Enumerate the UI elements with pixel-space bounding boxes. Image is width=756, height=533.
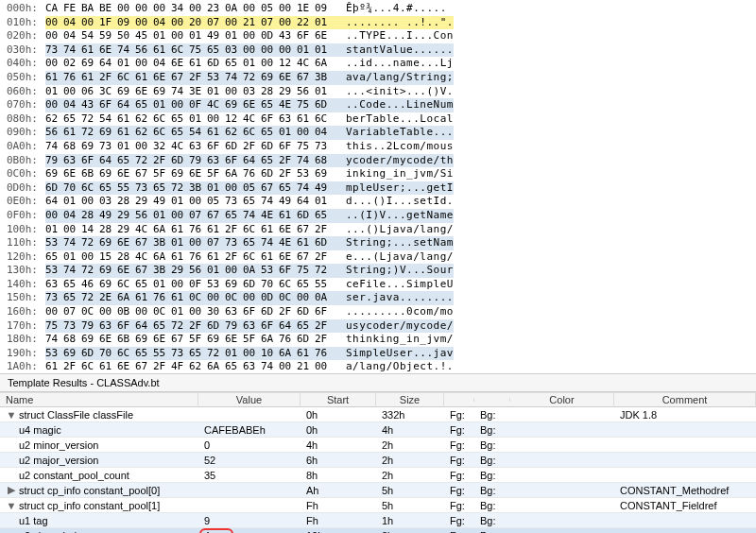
hex-bytes[interactable]: 7365722E6A6176610C000C000D0C000A xyxy=(42,291,333,305)
template-row[interactable]: u2 minor_version04h2hFg:Bg: xyxy=(0,438,756,453)
hex-row[interactable]: 140h:636546696C6501000F53696D706C6555ceF… xyxy=(0,278,756,292)
col-value[interactable]: Value xyxy=(198,392,301,407)
row-name[interactable]: u1 tag xyxy=(0,514,198,527)
hex-bytes[interactable]: 537472696E673B0100077365744E616D xyxy=(42,236,333,250)
hex-bytes[interactable]: 6D706C65557365723B01000567657449 xyxy=(42,181,333,196)
hex-viewer[interactable]: 000h:CAFEBABE0000003400230A0005001E09Êþº… xyxy=(0,0,756,373)
row-fg: Fg: xyxy=(444,423,474,437)
offset-label: 020h: xyxy=(0,29,42,43)
template-row[interactable]: u2 constant_pool_count358h2hFg:Bg: xyxy=(0,468,756,483)
hex-bytes[interactable]: 537472696E673B295601000A536F7572 xyxy=(42,264,333,278)
row-name[interactable]: u4 magic xyxy=(0,423,198,437)
hex-bytes[interactable]: 53696D706C65557365720100106A6176 xyxy=(42,347,333,361)
hex-row[interactable]: 110h:537472696E673B0100077365744E616DStr… xyxy=(0,236,756,250)
row-name[interactable]: u2 major_version xyxy=(0,454,198,467)
row-name[interactable]: u2 constant_pool_count xyxy=(0,469,198,482)
hex-row[interactable]: 070h:0004436F646501000F4C696E654E756D..C… xyxy=(0,98,756,112)
hex-bytes[interactable]: 5661726961626C655461626C65010004 xyxy=(42,126,333,140)
col-comment[interactable]: Comment xyxy=(614,392,756,407)
hex-row[interactable]: 180h:7468696E6B696E675F696E5F6A766D2Fthi… xyxy=(0,333,756,347)
hex-bytes[interactable]: 696E6B696E675F696E5F6A766D2F5369 xyxy=(42,167,333,181)
hex-row[interactable]: 060h:0100063C696E69743E01000328295601...… xyxy=(0,85,756,99)
hex-bytes[interactable]: 00070C000B000C010030636F6D2F6D6F xyxy=(42,305,333,319)
hex-bytes[interactable]: 7374616E7456616C7565030000000101 xyxy=(42,43,333,58)
hex-row[interactable]: 090h:5661726961626C655461626C65010004Var… xyxy=(0,126,756,140)
ascii-text: this..2Lcom/mous xyxy=(333,140,454,154)
hex-bytes[interactable]: 0004436F646501000F4C696E654E756D xyxy=(42,98,333,112)
row-fg: Fg: xyxy=(444,438,474,452)
ascii-text: e...(Ljava/lang/ xyxy=(333,250,454,265)
hex-bytes[interactable]: 0100063C696E69743E01000328295601 xyxy=(42,85,333,99)
hex-bytes[interactable]: 7468696E6B696E675F696E5F6A766D2F xyxy=(42,333,333,347)
row-name[interactable]: ▼struct cp_info constant_pool[1] xyxy=(0,499,198,512)
hex-row[interactable]: 160h:00070C000B000C010030636F6D2F6D6F...… xyxy=(0,305,756,319)
hex-row[interactable]: 0B0h:79636F6465722F6D79636F64652F7468yco… xyxy=(0,154,756,168)
hex-row[interactable]: 1A0h:612F6C616E672F4F626A656374002100a/l… xyxy=(0,360,756,373)
hex-row[interactable]: 0F0h:0004284929560100076765744E616D65..(… xyxy=(0,209,756,223)
hex-row[interactable]: 080h:6265725461626C650100124C6F63616Cber… xyxy=(0,112,756,127)
template-row[interactable]: ▶struct cp_info constant_pool[0]Ah5hFg:B… xyxy=(0,483,756,498)
hex-bytes[interactable]: 6265725461626C650100124C6F63616C xyxy=(42,112,333,127)
hex-row[interactable]: 0D0h:6D706C65557365723B01000567657449mpl… xyxy=(0,181,756,196)
row-name[interactable]: ▼struct ClassFile classFile xyxy=(0,408,198,421)
hex-row[interactable]: 170h:757379636F6465722F6D79636F64652Fusy… xyxy=(0,319,756,334)
disclosure-icon[interactable]: ▼ xyxy=(6,500,17,511)
hex-bytes[interactable]: 64010003282949010005736574496401 xyxy=(42,195,333,209)
hex-row[interactable]: 0A0h:746869730100324C636F6D2F6D6F7573thi… xyxy=(0,140,756,154)
ascii-text: VariableTable... xyxy=(333,126,454,140)
hex-bytes[interactable]: 0004001F090004002007002107002201 xyxy=(42,16,333,30)
disclosure-icon[interactable]: ▼ xyxy=(6,409,17,421)
hex-bytes[interactable]: 000269640100046E616D650100124C6A xyxy=(42,57,333,71)
hex-bytes[interactable]: 636546696C6501000F53696D706C6555 xyxy=(42,278,333,292)
hex-row[interactable]: 0E0h:64010003282949010005736574496401d..… xyxy=(0,195,756,209)
hex-row[interactable]: 130h:537472696E673B295601000A536F7572Str… xyxy=(0,264,756,278)
offset-label: 030h: xyxy=(0,43,42,58)
template-row[interactable]: u4 magicCAFEBABEh0h4hFg:Bg: xyxy=(0,422,756,438)
col-size[interactable]: Size xyxy=(376,392,444,407)
hex-row[interactable]: 030h:7374616E7456616C7565030000000101sta… xyxy=(0,43,756,58)
hex-row[interactable]: 0C0h:696E6B696E675F696E5F6A766D2F5369ink… xyxy=(0,167,756,181)
template-results-grid[interactable]: Name Value Start Size Color Comment ▼str… xyxy=(0,392,756,533)
row-name[interactable]: ▶struct cp_info constant_pool[0] xyxy=(0,483,198,497)
hex-bytes[interactable]: 612F6C616E672F4F626A656374002100 xyxy=(42,360,333,373)
hex-row[interactable]: 020h:0004545950450100014901000D436F6E..T… xyxy=(0,29,756,43)
hex-bytes[interactable]: 79636F6465722F6D79636F64652F7468 xyxy=(42,154,333,168)
hex-row[interactable]: 050h:6176612F6C616E672F537472696E673Bava… xyxy=(0,71,756,85)
hex-row[interactable]: 120h:65010015284C6A6176612F6C616E672Fe..… xyxy=(0,250,756,265)
hex-row[interactable]: 100h:01001428294C6A6176612F6C616E672F...… xyxy=(0,223,756,237)
col-color[interactable]: Color xyxy=(510,392,614,407)
hex-bytes[interactable]: 0004284929560100076765744E616D65 xyxy=(42,209,333,223)
col-bg[interactable] xyxy=(474,398,510,402)
hex-row[interactable]: 190h:53696D706C65557365720100106A6176Sim… xyxy=(0,347,756,361)
template-row[interactable]: u2 major_version526h2hFg:Bg: xyxy=(0,453,756,468)
hex-bytes[interactable]: 65010015284C6A6176612F6C616E672F xyxy=(42,250,333,265)
hex-row[interactable]: 150h:7365722E6A6176610C000C000D0C000Aser… xyxy=(0,291,756,305)
disclosure-icon[interactable]: ▶ xyxy=(6,484,17,496)
row-fg: Fg: xyxy=(444,469,474,482)
col-start[interactable]: Start xyxy=(301,392,376,407)
hex-row[interactable]: 000h:CAFEBABE0000003400230A0005001E09Êþº… xyxy=(0,2,756,16)
row-comment xyxy=(614,459,756,461)
hex-bytes[interactable]: 01001428294C6A6176612F6C616E672F xyxy=(42,223,333,237)
row-bg: Bg: xyxy=(474,408,510,421)
hex-bytes[interactable]: 6176612F6C616E672F537472696E673B xyxy=(42,71,333,85)
ascii-text: usycoder/mycode/ xyxy=(333,319,454,334)
hex-row[interactable]: 040h:000269640100046E616D650100124C6A..i… xyxy=(0,57,756,71)
hex-bytes[interactable]: 0004545950450100014901000D436F6E xyxy=(42,29,333,43)
row-color xyxy=(510,490,614,491)
row-value xyxy=(198,490,301,491)
row-name[interactable]: u2 minor_version xyxy=(0,438,198,452)
template-row[interactable]: ▼struct ClassFile classFile0h332hFg:Bg:J… xyxy=(0,407,756,422)
template-row[interactable]: u1 tag9Fh1hFg:Bg: xyxy=(0,513,756,528)
template-row[interactable]: ▼struct cp_info constant_pool[1]Fh5hFg:B… xyxy=(0,498,756,513)
row-name[interactable]: u2 class_index xyxy=(0,529,198,534)
col-name[interactable]: Name xyxy=(0,392,198,407)
row-fg: Fg: xyxy=(444,499,474,512)
row-bg: Bg: xyxy=(474,438,510,452)
hex-row[interactable]: 010h:0004001F090004002007002107002201...… xyxy=(0,16,756,30)
template-row[interactable]: u2 class_index410h2hFg:Bg: xyxy=(0,528,756,533)
hex-bytes[interactable]: 746869730100324C636F6D2F6D6F7573 xyxy=(42,140,333,154)
hex-bytes[interactable]: CAFEBABE0000003400230A0005001E09 xyxy=(42,2,333,16)
hex-bytes[interactable]: 757379636F6465722F6D79636F64652F xyxy=(42,319,333,334)
col-fg[interactable] xyxy=(444,398,474,402)
